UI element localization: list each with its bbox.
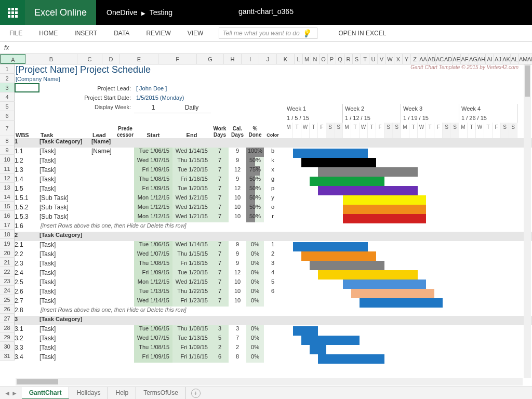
col-header-G[interactable]: G: [197, 54, 224, 64]
row-header-11[interactable]: 11: [0, 164, 15, 174]
row-header-23[interactable]: 23: [0, 276, 15, 286]
task-2.1: [Task]: [39, 241, 91, 250]
tab-review[interactable]: REVIEW: [143, 30, 174, 37]
row-header-29[interactable]: 29: [0, 332, 15, 342]
col-header-W[interactable]: W: [386, 54, 394, 64]
col-header-D[interactable]: D: [102, 54, 120, 64]
col-header-AI[interactable]: AI: [486, 54, 494, 64]
row-header-10[interactable]: 10: [0, 155, 15, 164]
row-header-24[interactable]: 24: [0, 286, 15, 295]
tab-file[interactable]: FILE: [6, 30, 25, 37]
col-header-AK[interactable]: AK: [502, 54, 511, 64]
row-header-2[interactable]: 2: [0, 74, 15, 83]
tab-data[interactable]: DATA: [111, 30, 132, 37]
col-header-AH[interactable]: AH: [477, 54, 486, 64]
breadcrumb[interactable]: OneDrive ▶ Testing: [96, 8, 183, 17]
col-header-AM[interactable]: AM: [519, 54, 527, 64]
row-header-13[interactable]: 13: [0, 183, 15, 192]
col-header-AG[interactable]: AG: [469, 54, 477, 64]
row-header-12[interactable]: 12: [0, 174, 15, 183]
horizontal-scrollbar[interactable]: [16, 378, 523, 385]
breadcrumb-root[interactable]: OneDrive: [107, 8, 137, 17]
row-header-17[interactable]: 17: [0, 220, 15, 230]
col-header-AN[interactable]: AN: [527, 54, 532, 64]
col-header-A[interactable]: A: [1, 54, 25, 64]
file-name[interactable]: gantt-chart_o365: [238, 7, 294, 16]
cd-1.2: 9: [229, 157, 246, 166]
col-header-N[interactable]: N: [311, 54, 320, 64]
sheet-nav-arrows[interactable]: ◄►: [4, 390, 18, 397]
col-header-B[interactable]: B: [25, 54, 77, 64]
col-header-K[interactable]: K: [277, 54, 295, 64]
col-header-X[interactable]: X: [394, 54, 403, 64]
sheet-tab-holidays[interactable]: Holidays: [69, 387, 108, 400]
row-header-19[interactable]: 19: [0, 239, 15, 248]
row-header-31[interactable]: 31: [0, 351, 15, 361]
task-2.5: [Task]: [39, 278, 91, 288]
row-header-14[interactable]: 14: [0, 192, 15, 202]
row-header-21[interactable]: 21: [0, 258, 15, 267]
sheet-tab-help[interactable]: Help: [108, 387, 136, 400]
row-header-3[interactable]: 3: [0, 83, 15, 92]
col-header-T[interactable]: T: [361, 54, 369, 64]
col-header-O[interactable]: O: [320, 54, 328, 64]
tell-me-input[interactable]: Tell me what you want to do 💡: [219, 28, 317, 39]
row-header-25[interactable]: 25: [0, 295, 15, 304]
col-header-I[interactable]: I: [242, 54, 259, 64]
sheet-tab-ganttchart[interactable]: GanttChart: [22, 387, 70, 400]
formula-input[interactable]: [13, 42, 532, 54]
row-header-18[interactable]: 18: [0, 230, 15, 239]
col-header-R[interactable]: R: [344, 54, 353, 64]
col-header-E[interactable]: E: [120, 54, 158, 64]
col-header-AB[interactable]: AB: [428, 54, 436, 64]
breadcrumb-folder[interactable]: Testing: [150, 8, 172, 17]
row-header-5[interactable]: 5: [0, 102, 15, 111]
row-header-26[interactable]: 26: [0, 304, 15, 314]
col-header-AF[interactable]: AF: [461, 54, 469, 64]
tab-insert[interactable]: INSERT: [71, 30, 100, 37]
sheet-grid[interactable]: 1234567891011121314151617181920212223242…: [0, 64, 532, 387]
col-header-AL[interactable]: AL: [511, 54, 519, 64]
row-header-16[interactable]: 16: [0, 211, 15, 220]
col-header-Q[interactable]: Q: [336, 54, 344, 64]
tab-home[interactable]: HOME: [36, 30, 61, 37]
col-header-H[interactable]: H: [224, 54, 242, 64]
row-header-28[interactable]: 28: [0, 323, 15, 332]
col-header-M[interactable]: M: [303, 54, 311, 64]
col-header-S[interactable]: S: [353, 54, 361, 64]
row-header-27[interactable]: 27: [0, 314, 15, 323]
row-header-4[interactable]: 4: [0, 92, 15, 102]
col-header-AC[interactable]: AC: [436, 54, 444, 64]
col-header-AA[interactable]: AA: [419, 54, 428, 64]
open-in-excel-link[interactable]: OPEN IN EXCEL: [338, 30, 386, 37]
col-header-L[interactable]: L: [295, 54, 303, 64]
col-header-F[interactable]: F: [158, 54, 197, 64]
col-header-AE[interactable]: AE: [453, 54, 461, 64]
row-header-9[interactable]: 9: [0, 145, 15, 155]
vertical-scrollbar[interactable]: [524, 64, 531, 378]
col-header-P[interactable]: P: [328, 54, 336, 64]
col-header-Z[interactable]: Z: [411, 54, 419, 64]
row-header-30[interactable]: 30: [0, 342, 15, 351]
sheet-tab-termsofuse[interactable]: TermsOfUse: [136, 387, 186, 400]
row-header-1[interactable]: 1: [0, 64, 15, 74]
lead-2.5: [91, 278, 116, 288]
row-header-7[interactable]: 7: [0, 121, 15, 136]
row-header-20[interactable]: 20: [0, 248, 15, 258]
col-header-AJ[interactable]: AJ: [494, 54, 502, 64]
row-header-15[interactable]: 15: [0, 202, 15, 211]
app-launcher-icon[interactable]: [0, 0, 25, 25]
col-header-C[interactable]: C: [77, 54, 102, 64]
wbs-1.4: 1.4: [15, 176, 39, 185]
pct-3: [246, 316, 264, 325]
row-header-6[interactable]: 6: [0, 111, 15, 121]
col-header-J[interactable]: J: [259, 54, 277, 64]
col-header-Y[interactable]: Y: [403, 54, 411, 64]
add-sheet-icon[interactable]: +: [191, 389, 201, 398]
col-header-U[interactable]: U: [369, 54, 378, 64]
col-header-AD[interactable]: AD: [444, 54, 453, 64]
row-header-22[interactable]: 22: [0, 267, 15, 276]
row-header-8[interactable]: 8: [0, 136, 15, 145]
tab-view[interactable]: VIEW: [184, 30, 207, 37]
col-header-V[interactable]: V: [378, 54, 386, 64]
